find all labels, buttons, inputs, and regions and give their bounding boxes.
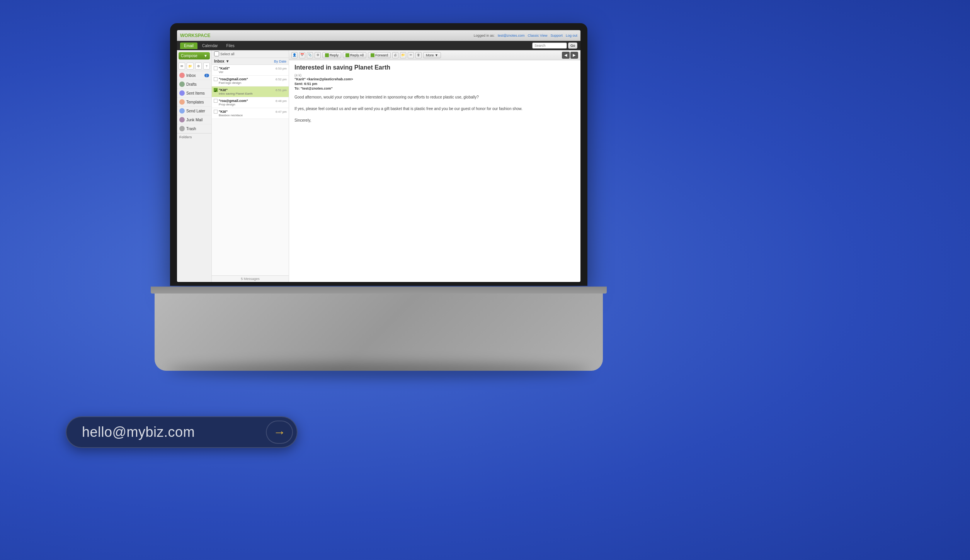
sort-by-date[interactable]: By Date bbox=[274, 59, 286, 63]
email-list: Select all Inbox ▼ By Date bbox=[212, 50, 289, 282]
prev-email-button[interactable]: ◀ bbox=[562, 52, 570, 59]
settings-icon: ⚙ bbox=[315, 52, 321, 58]
select-all-checkbox[interactable] bbox=[214, 51, 219, 56]
sent-label: Sent Items bbox=[186, 91, 205, 95]
email-checkbox[interactable] bbox=[214, 66, 218, 70]
sidebar-item-drafts[interactable]: Drafts bbox=[177, 80, 211, 89]
sidebar-icon-3[interactable]: ⚙ bbox=[195, 63, 202, 70]
avatar-icon: 👤 bbox=[291, 52, 298, 58]
tab-calendar[interactable]: Calendar bbox=[198, 42, 222, 49]
logout-link[interactable]: Log out bbox=[566, 34, 577, 37]
email-item[interactable]: "Kät" 6:47 pm Biasbox necklace bbox=[212, 108, 289, 119]
folder-icon[interactable]: 📁 bbox=[400, 52, 406, 58]
reply-icon bbox=[325, 53, 329, 57]
edit-icon[interactable]: ✏ bbox=[408, 52, 414, 58]
logo-prefix: WORK bbox=[180, 33, 195, 38]
user-email-link[interactable]: test@znotes.com bbox=[498, 34, 525, 37]
email-logo: WORKSPACE bbox=[180, 33, 210, 38]
sidebar-item-templates[interactable]: Templates bbox=[177, 98, 211, 107]
email-subject: Biasbox necklace bbox=[219, 114, 287, 117]
sidebar-item-junk[interactable]: Junk Mail bbox=[177, 115, 211, 124]
email-checkbox[interactable] bbox=[214, 77, 218, 81]
calendar-icon: 📅 bbox=[299, 52, 305, 58]
reply-label: Reply bbox=[330, 53, 339, 57]
laptop-keyboard bbox=[155, 294, 603, 371]
email-from-meta: "Karit" <karine@plasticrehab.com> bbox=[294, 77, 575, 81]
sidebar-item-sent[interactable]: Sent Items bbox=[177, 89, 211, 98]
email-content: Interested in saving Planet Earth (4 k) … bbox=[289, 60, 580, 282]
inbox-text: Inbox bbox=[214, 59, 225, 63]
email-item[interactable]: "roa@gmail.com" 6:48 pm Prop design bbox=[212, 97, 289, 108]
email-list-header: Select all bbox=[212, 50, 289, 58]
print-icon[interactable]: 🖨 bbox=[392, 52, 398, 58]
junk-label: Junk Mail bbox=[186, 118, 203, 122]
email-checkbox[interactable] bbox=[214, 99, 218, 103]
classic-view-link[interactable]: Classic View bbox=[528, 34, 548, 37]
forward-button[interactable]: Forward bbox=[368, 52, 391, 58]
sidebar-icon-4[interactable]: ? bbox=[203, 63, 210, 70]
reply-all-icon bbox=[345, 53, 349, 57]
email-item[interactable]: "Katit" 6:53 pm Ver bbox=[212, 65, 289, 76]
email-item[interactable]: "roa@gmail.com" 6:52 pm Fwd logo design bbox=[212, 76, 289, 87]
trash-label: Trash bbox=[186, 127, 196, 131]
email-subject: Ver bbox=[219, 70, 287, 74]
email-sent-meta: Sent: 6:51 pm bbox=[294, 82, 575, 86]
inbox-label: Inbox bbox=[186, 73, 196, 78]
email-input-bar[interactable]: hello@mybiz.com → bbox=[66, 416, 298, 448]
forward-icon bbox=[371, 53, 374, 57]
sendlater-icon bbox=[179, 108, 185, 114]
email-sender: "Katit" bbox=[219, 66, 274, 70]
trash-icon bbox=[179, 126, 185, 131]
search-input[interactable] bbox=[532, 42, 567, 49]
body-para1: Good afternoon, would your company be in… bbox=[294, 94, 575, 100]
inbox-badge: 2 bbox=[204, 74, 209, 77]
nav-search-area: Go bbox=[532, 42, 577, 49]
compose-label: Compose bbox=[181, 54, 197, 58]
next-email-button[interactable]: ▶ bbox=[570, 52, 578, 59]
email-checkbox[interactable]: ✓ bbox=[214, 88, 218, 92]
arrow-icon: → bbox=[273, 425, 286, 440]
support-link[interactable]: Support bbox=[550, 34, 563, 37]
tab-files[interactable]: Files bbox=[223, 42, 238, 49]
email-topbar: WORKSPACE Logged in as: test@znotes.com … bbox=[177, 30, 580, 41]
email-item-selected[interactable]: ✓ "Kät" 6:51 pm Intro saving Planet Eart… bbox=[212, 87, 289, 97]
email-sender: "Kät" bbox=[219, 88, 274, 92]
sidebar-item-sendlater[interactable]: Send Later bbox=[177, 107, 211, 115]
inbox-header-row: Inbox ▼ By Date bbox=[212, 58, 289, 65]
email-to-meta: To: "test@znotes.com" bbox=[294, 87, 575, 90]
compose-arrow-icon: ▼ bbox=[204, 54, 208, 58]
forward-label: Forward bbox=[375, 53, 388, 57]
tab-email[interactable]: Email bbox=[180, 42, 197, 49]
reading-subject: Interested in saving Planet Earth bbox=[294, 64, 575, 71]
email-checkbox[interactable] bbox=[214, 110, 218, 114]
laptop-shadow bbox=[166, 363, 591, 378]
sidebar-icon-2[interactable]: 📁 bbox=[187, 63, 193, 70]
input-placeholder-text: hello@mybiz.com bbox=[82, 424, 266, 440]
email-reading-pane: 👤 📅 📎 ⚙ Reply Reply All bbox=[289, 50, 580, 282]
body-para2: If yes, please feel contact us and we wi… bbox=[294, 106, 575, 112]
sidebar-item-trash[interactable]: Trash bbox=[177, 124, 211, 133]
select-all-label: Select all bbox=[220, 52, 235, 56]
attachment-icon: 📎 bbox=[307, 52, 313, 58]
email-main: Compose ▼ ✉ 📁 ⚙ ? Inbox 2 bbox=[177, 50, 580, 282]
inbox-folder-label: Inbox ▼ bbox=[214, 59, 230, 63]
inbox-down-icon: ▼ bbox=[226, 59, 230, 63]
drafts-icon bbox=[179, 81, 185, 87]
templates-label: Templates bbox=[186, 100, 204, 104]
compose-button[interactable]: Compose ▼ bbox=[179, 52, 210, 59]
sendlater-label: Send Later bbox=[186, 109, 205, 113]
more-button[interactable]: More ▼ bbox=[423, 52, 441, 58]
sidebar-icons-row: ✉ 📁 ⚙ ? bbox=[177, 61, 211, 71]
reply-all-button[interactable]: Reply All bbox=[343, 52, 366, 58]
body-sign: Sincerely, bbox=[294, 117, 575, 123]
email-sender: "Kät" bbox=[219, 110, 274, 114]
logged-in-label: Logged in as: bbox=[474, 34, 495, 37]
submit-arrow-button[interactable]: → bbox=[266, 421, 293, 444]
delete-icon[interactable]: 🗑 bbox=[415, 52, 422, 58]
sidebar-item-inbox[interactable]: Inbox 2 bbox=[177, 71, 211, 80]
search-go-button[interactable]: Go bbox=[568, 42, 577, 49]
reply-all-label: Reply All bbox=[350, 53, 364, 57]
sidebar-icon-1[interactable]: ✉ bbox=[179, 63, 185, 70]
inbox-icon bbox=[179, 73, 185, 78]
reply-button[interactable]: Reply bbox=[322, 52, 341, 58]
